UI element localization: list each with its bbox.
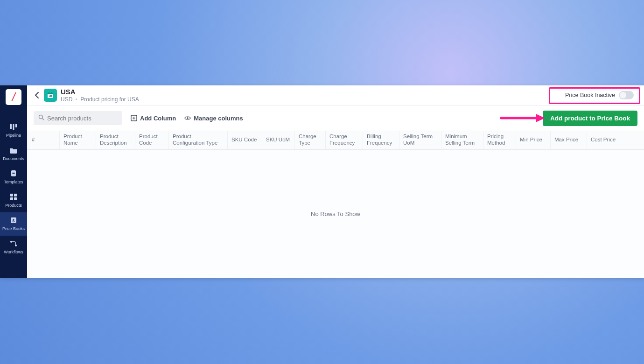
column-header[interactable]: Billing Frequency — [363, 131, 399, 149]
chevron-left-icon — [35, 92, 39, 98]
price-book-icon — [44, 89, 57, 102]
column-header[interactable]: Product Name — [60, 131, 96, 149]
sidebar-item-label: Pipeline — [6, 133, 21, 138]
page-description: Product pricing for USA — [80, 96, 139, 103]
sidebar-item-label: Price Books — [2, 226, 25, 231]
add-product-button[interactable]: Add product to Price Book — [543, 111, 637, 126]
column-header[interactable]: Pricing Method — [483, 131, 516, 149]
status-pill: Price Book Inactive — [561, 89, 637, 101]
sidebar-item-label: Templates — [4, 180, 23, 184]
sidebar-item-workflows[interactable]: Workflows — [0, 236, 27, 259]
svg-point-12 — [10, 241, 12, 243]
svg-rect-7 — [14, 194, 17, 196]
add-column-button[interactable]: Add Column — [131, 115, 176, 122]
column-header[interactable]: Minimum Selling Term — [441, 131, 483, 149]
empty-state: No Rows To Show — [27, 150, 644, 279]
svg-text:$: $ — [12, 218, 14, 223]
column-header[interactable]: SKU Code — [228, 131, 262, 149]
search-icon — [38, 114, 44, 122]
svg-rect-1 — [13, 124, 14, 130]
search-wrap[interactable] — [34, 111, 122, 125]
separator-dot — [76, 98, 77, 100]
column-header[interactable]: Product Configuration Type — [169, 131, 228, 149]
svg-point-17 — [51, 92, 52, 93]
svg-point-23 — [187, 117, 189, 119]
svg-rect-15 — [48, 93, 53, 94]
main-panel: USA USD Product pricing for USA Price Bo… — [27, 85, 644, 278]
column-header[interactable]: Charge Type — [295, 131, 326, 149]
column-header[interactable]: Min Price — [516, 131, 551, 149]
page-header: USA USD Product pricing for USA Price Bo… — [27, 85, 644, 106]
column-header[interactable]: Charge Frequency — [326, 131, 363, 149]
svg-rect-8 — [10, 197, 13, 200]
sidebar-item-label: Products — [5, 203, 22, 208]
sidebar-item-pipeline[interactable]: Pipeline — [0, 119, 27, 142]
sidebar-item-price-books[interactable]: $ Price Books — [0, 212, 27, 236]
grid-icon — [9, 193, 18, 201]
back-button[interactable] — [32, 90, 42, 100]
sidebar-item-templates[interactable]: Templates — [0, 166, 27, 189]
svg-line-19 — [42, 119, 44, 120]
svg-rect-4 — [13, 172, 15, 172]
sidebar-item-label: Workflows — [4, 250, 23, 254]
svg-rect-6 — [10, 194, 13, 196]
flow-icon — [9, 239, 18, 248]
svg-rect-0 — [10, 124, 12, 129]
svg-point-13 — [15, 245, 17, 246]
price-tag-icon: $ — [9, 216, 18, 224]
column-header[interactable]: Selling Term UoM — [399, 131, 441, 149]
layers-icon — [9, 169, 18, 178]
page-title: USA — [61, 88, 139, 96]
manage-columns-label: Manage columns — [194, 115, 243, 122]
empty-message: No Rows To Show — [311, 210, 360, 217]
toolbar: Add Column Manage columns Add product to… — [27, 106, 644, 131]
folder-icon — [9, 146, 18, 154]
svg-rect-2 — [15, 124, 17, 127]
column-header[interactable]: Cost Price — [587, 131, 620, 149]
kanban-icon — [9, 123, 18, 131]
column-header[interactable]: Product Code — [135, 131, 169, 149]
svg-point-16 — [49, 92, 49, 93]
manage-columns-button[interactable]: Manage columns — [184, 115, 243, 122]
add-column-label: Add Column — [140, 115, 176, 122]
sidebar-item-label: Documents — [3, 156, 24, 161]
sidebar: / Pipeline Documents Templates Products — [0, 85, 27, 278]
status-label: Price Book Inactive — [565, 92, 615, 98]
add-column-icon — [131, 115, 137, 121]
svg-rect-5 — [13, 173, 15, 174]
sidebar-item-documents[interactable]: Documents — [0, 142, 27, 166]
search-input[interactable] — [47, 115, 118, 122]
column-header[interactable]: SKU UoM — [262, 131, 295, 149]
table-header-row: #Product NameProduct DescriptionProduct … — [27, 131, 644, 150]
app-window: / Pipeline Documents Templates Products — [0, 85, 644, 278]
eye-icon — [184, 115, 191, 121]
currency-label: USD — [61, 96, 72, 103]
status-toggle[interactable] — [619, 91, 634, 99]
sidebar-item-products[interactable]: Products — [0, 189, 27, 212]
arrow-annotation — [500, 113, 545, 123]
column-header[interactable]: Max Price — [551, 131, 587, 149]
svg-rect-9 — [14, 197, 17, 200]
app-logo[interactable]: / — [6, 89, 21, 105]
column-header[interactable]: # — [27, 131, 60, 149]
column-header[interactable]: Product Description — [96, 131, 135, 149]
page-title-block: USA USD Product pricing for USA — [61, 88, 139, 103]
